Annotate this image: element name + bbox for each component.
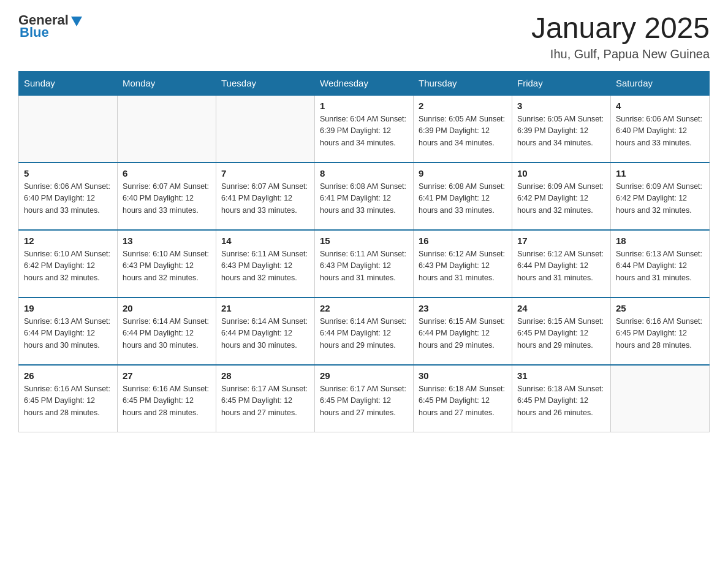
day-number: 8 xyxy=(320,168,408,178)
column-header-wednesday: Wednesday xyxy=(315,71,414,95)
day-info: Sunrise: 6:16 AM Sunset: 6:45 PM Dayligh… xyxy=(24,383,112,419)
day-number: 31 xyxy=(517,370,605,381)
day-number: 29 xyxy=(320,370,408,381)
day-info: Sunrise: 6:15 AM Sunset: 6:44 PM Dayligh… xyxy=(419,316,507,351)
day-number: 2 xyxy=(419,101,507,111)
calendar-cell: 9Sunrise: 6:08 AM Sunset: 6:41 PM Daylig… xyxy=(414,163,512,230)
day-info: Sunrise: 6:18 AM Sunset: 6:45 PM Dayligh… xyxy=(517,383,605,419)
day-number: 21 xyxy=(221,303,309,313)
day-info: Sunrise: 6:09 AM Sunset: 6:42 PM Dayligh… xyxy=(517,181,605,216)
calendar-cell: 23Sunrise: 6:15 AM Sunset: 6:44 PM Dayli… xyxy=(414,297,512,365)
calendar-week-row: 26Sunrise: 6:16 AM Sunset: 6:45 PM Dayli… xyxy=(19,365,710,432)
calendar-cell: 24Sunrise: 6:15 AM Sunset: 6:45 PM Dayli… xyxy=(512,297,611,365)
calendar-cell xyxy=(216,95,315,163)
calendar-cell: 31Sunrise: 6:18 AM Sunset: 6:45 PM Dayli… xyxy=(512,365,611,432)
column-header-tuesday: Tuesday xyxy=(216,71,315,95)
column-header-monday: Monday xyxy=(118,71,216,95)
calendar-cell: 3Sunrise: 6:05 AM Sunset: 6:39 PM Daylig… xyxy=(512,95,611,163)
day-info: Sunrise: 6:07 AM Sunset: 6:41 PM Dayligh… xyxy=(221,181,309,216)
day-info: Sunrise: 6:11 AM Sunset: 6:43 PM Dayligh… xyxy=(320,248,408,284)
day-number: 20 xyxy=(123,303,211,313)
calendar-cell: 15Sunrise: 6:11 AM Sunset: 6:43 PM Dayli… xyxy=(315,230,414,297)
day-number: 12 xyxy=(24,236,112,246)
day-info: Sunrise: 6:16 AM Sunset: 6:45 PM Dayligh… xyxy=(123,383,211,419)
day-number: 30 xyxy=(419,370,507,381)
calendar-cell: 8Sunrise: 6:08 AM Sunset: 6:41 PM Daylig… xyxy=(315,163,414,230)
day-number: 25 xyxy=(616,303,704,313)
calendar-cell: 28Sunrise: 6:17 AM Sunset: 6:45 PM Dayli… xyxy=(216,365,315,432)
day-info: Sunrise: 6:09 AM Sunset: 6:42 PM Dayligh… xyxy=(616,181,704,216)
calendar-cell: 7Sunrise: 6:07 AM Sunset: 6:41 PM Daylig… xyxy=(216,163,315,230)
day-number: 6 xyxy=(123,168,211,178)
day-number: 24 xyxy=(517,303,605,313)
day-info: Sunrise: 6:12 AM Sunset: 6:43 PM Dayligh… xyxy=(419,248,507,284)
calendar-cell: 11Sunrise: 6:09 AM Sunset: 6:42 PM Dayli… xyxy=(611,163,710,230)
day-number: 14 xyxy=(221,236,309,246)
day-number: 15 xyxy=(320,236,408,246)
day-info: Sunrise: 6:12 AM Sunset: 6:44 PM Dayligh… xyxy=(517,248,605,284)
calendar-week-row: 12Sunrise: 6:10 AM Sunset: 6:42 PM Dayli… xyxy=(19,230,710,297)
day-info: Sunrise: 6:10 AM Sunset: 6:42 PM Dayligh… xyxy=(24,248,112,284)
logo: General Blue xyxy=(18,12,83,40)
day-info: Sunrise: 6:13 AM Sunset: 6:44 PM Dayligh… xyxy=(616,248,704,284)
day-info: Sunrise: 6:18 AM Sunset: 6:45 PM Dayligh… xyxy=(419,383,507,419)
day-number: 23 xyxy=(419,303,507,313)
day-info: Sunrise: 6:11 AM Sunset: 6:43 PM Dayligh… xyxy=(221,248,309,284)
day-number: 28 xyxy=(221,370,309,381)
page-header: General Blue January 2025 Ihu, Gulf, Pap… xyxy=(18,12,710,61)
month-title: January 2025 xyxy=(531,12,710,45)
day-info: Sunrise: 6:08 AM Sunset: 6:41 PM Dayligh… xyxy=(419,181,507,216)
calendar-cell: 20Sunrise: 6:14 AM Sunset: 6:44 PM Dayli… xyxy=(118,297,216,365)
calendar-cell: 5Sunrise: 6:06 AM Sunset: 6:40 PM Daylig… xyxy=(19,163,118,230)
day-info: Sunrise: 6:06 AM Sunset: 6:40 PM Dayligh… xyxy=(24,181,112,216)
day-number: 4 xyxy=(616,101,704,111)
location: Ihu, Gulf, Papua New Guinea xyxy=(531,47,710,61)
calendar-cell: 12Sunrise: 6:10 AM Sunset: 6:42 PM Dayli… xyxy=(19,230,118,297)
title-area: January 2025 Ihu, Gulf, Papua New Guinea xyxy=(531,12,710,61)
day-number: 17 xyxy=(517,236,605,246)
calendar-cell: 1Sunrise: 6:04 AM Sunset: 6:39 PM Daylig… xyxy=(315,95,414,163)
calendar-cell: 22Sunrise: 6:14 AM Sunset: 6:44 PM Dayli… xyxy=(315,297,414,365)
day-info: Sunrise: 6:05 AM Sunset: 6:39 PM Dayligh… xyxy=(517,113,605,149)
calendar-cell: 2Sunrise: 6:05 AM Sunset: 6:39 PM Daylig… xyxy=(414,95,512,163)
calendar-cell xyxy=(19,95,118,163)
calendar-cell: 6Sunrise: 6:07 AM Sunset: 6:40 PM Daylig… xyxy=(118,163,216,230)
day-info: Sunrise: 6:14 AM Sunset: 6:44 PM Dayligh… xyxy=(123,316,211,351)
calendar-cell: 27Sunrise: 6:16 AM Sunset: 6:45 PM Dayli… xyxy=(118,365,216,432)
day-number: 3 xyxy=(517,101,605,111)
day-number: 9 xyxy=(419,168,507,178)
calendar-cell: 13Sunrise: 6:10 AM Sunset: 6:43 PM Dayli… xyxy=(118,230,216,297)
day-info: Sunrise: 6:17 AM Sunset: 6:45 PM Dayligh… xyxy=(320,383,408,419)
calendar-week-row: 5Sunrise: 6:06 AM Sunset: 6:40 PM Daylig… xyxy=(19,163,710,230)
column-header-sunday: Sunday xyxy=(19,71,118,95)
day-info: Sunrise: 6:04 AM Sunset: 6:39 PM Dayligh… xyxy=(320,113,408,149)
day-number: 1 xyxy=(320,101,408,111)
day-number: 10 xyxy=(517,168,605,178)
day-number: 22 xyxy=(320,303,408,313)
calendar-cell: 19Sunrise: 6:13 AM Sunset: 6:44 PM Dayli… xyxy=(19,297,118,365)
calendar-cell: 29Sunrise: 6:17 AM Sunset: 6:45 PM Dayli… xyxy=(315,365,414,432)
calendar-header-row: SundayMondayTuesdayWednesdayThursdayFrid… xyxy=(19,71,710,95)
day-number: 7 xyxy=(221,168,309,178)
logo-triangle-icon xyxy=(70,14,83,28)
calendar-cell: 21Sunrise: 6:14 AM Sunset: 6:44 PM Dayli… xyxy=(216,297,315,365)
calendar-cell: 4Sunrise: 6:06 AM Sunset: 6:40 PM Daylig… xyxy=(611,95,710,163)
svg-marker-0 xyxy=(71,17,82,26)
day-info: Sunrise: 6:06 AM Sunset: 6:40 PM Dayligh… xyxy=(616,113,704,149)
day-info: Sunrise: 6:10 AM Sunset: 6:43 PM Dayligh… xyxy=(123,248,211,284)
day-number: 19 xyxy=(24,303,112,313)
day-info: Sunrise: 6:08 AM Sunset: 6:41 PM Dayligh… xyxy=(320,181,408,216)
calendar-cell: 30Sunrise: 6:18 AM Sunset: 6:45 PM Dayli… xyxy=(414,365,512,432)
day-number: 16 xyxy=(419,236,507,246)
column-header-friday: Friday xyxy=(512,71,611,95)
column-header-thursday: Thursday xyxy=(414,71,512,95)
calendar-cell xyxy=(611,365,710,432)
calendar-cell: 17Sunrise: 6:12 AM Sunset: 6:44 PM Dayli… xyxy=(512,230,611,297)
day-info: Sunrise: 6:15 AM Sunset: 6:45 PM Dayligh… xyxy=(517,316,605,351)
calendar-week-row: 1Sunrise: 6:04 AM Sunset: 6:39 PM Daylig… xyxy=(19,95,710,163)
day-number: 5 xyxy=(24,168,112,178)
calendar-cell xyxy=(118,95,216,163)
day-info: Sunrise: 6:14 AM Sunset: 6:44 PM Dayligh… xyxy=(320,316,408,351)
day-number: 27 xyxy=(123,370,211,381)
day-info: Sunrise: 6:05 AM Sunset: 6:39 PM Dayligh… xyxy=(419,113,507,149)
